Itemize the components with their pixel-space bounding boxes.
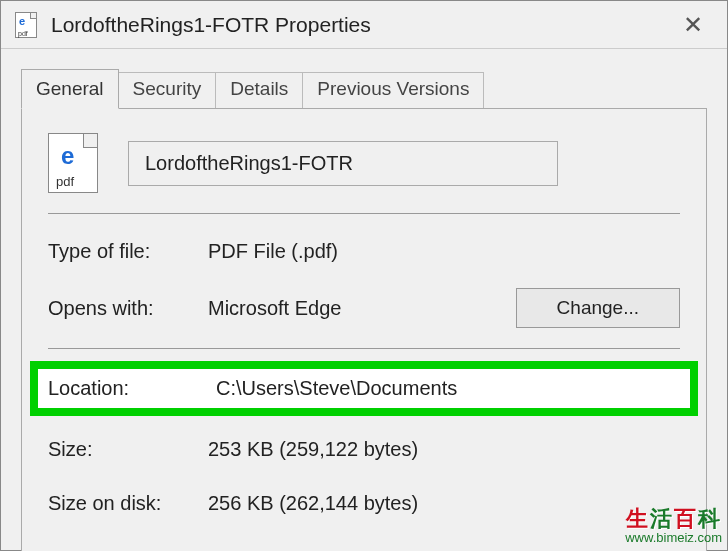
- row-size: Size: 253 KB (259,122 bytes): [48, 432, 680, 466]
- properties-window: e pdf LordoftheRings1-FOTR Properties ✕ …: [0, 0, 728, 551]
- value-opens: Microsoft Edge: [208, 297, 496, 320]
- pdf-label: pdf: [18, 30, 28, 37]
- row-location-highlighted: Location: C:\Users\Steve\Documents: [30, 361, 698, 416]
- watermark: 生活百科 www.bimeiz.com: [625, 507, 722, 545]
- value-location: C:\Users\Steve\Documents: [216, 377, 680, 400]
- tab-security[interactable]: Security: [118, 72, 217, 108]
- close-button[interactable]: ✕: [673, 7, 713, 43]
- label-size: Size:: [48, 438, 208, 461]
- label-sizedisk: Size on disk:: [48, 492, 208, 515]
- edge-e-glyph: e: [61, 142, 74, 170]
- label-location: Location:: [48, 377, 216, 400]
- file-type-icon: e pdf: [48, 133, 98, 193]
- file-header: e pdf LordoftheRings1-FOTR: [48, 133, 680, 193]
- content-area: General Security Details Previous Versio…: [1, 49, 727, 551]
- label-opens: Opens with:: [48, 297, 208, 320]
- row-size-on-disk: Size on disk: 256 KB (262,144 bytes): [48, 486, 680, 520]
- watermark-text: 生活百科: [625, 507, 722, 531]
- pdf-file-icon: e pdf: [15, 12, 37, 38]
- divider: [48, 348, 680, 349]
- tab-general[interactable]: General: [21, 69, 119, 109]
- row-type: Type of file: PDF File (.pdf): [48, 234, 680, 268]
- watermark-url: www.bimeiz.com: [625, 531, 722, 545]
- row-opens-with: Opens with: Microsoft Edge Change...: [48, 288, 680, 328]
- value-sizedisk: 256 KB (262,144 bytes): [208, 492, 680, 515]
- tab-strip: General Security Details Previous Versio…: [21, 69, 707, 108]
- edge-e-glyph: e: [19, 15, 25, 27]
- titlebar: e pdf LordoftheRings1-FOTR Properties ✕: [1, 1, 727, 49]
- value-size: 253 KB (259,122 bytes): [208, 438, 680, 461]
- value-type: PDF File (.pdf): [208, 240, 680, 263]
- divider: [48, 213, 680, 214]
- change-button[interactable]: Change...: [516, 288, 680, 328]
- tab-previous-versions[interactable]: Previous Versions: [302, 72, 484, 108]
- general-panel: e pdf LordoftheRings1-FOTR Type of file:…: [21, 108, 707, 551]
- tab-details[interactable]: Details: [215, 72, 303, 108]
- pdf-label: pdf: [56, 174, 74, 189]
- label-type: Type of file:: [48, 240, 208, 263]
- filename-input[interactable]: LordoftheRings1-FOTR: [128, 141, 558, 186]
- window-title: LordoftheRings1-FOTR Properties: [51, 13, 673, 37]
